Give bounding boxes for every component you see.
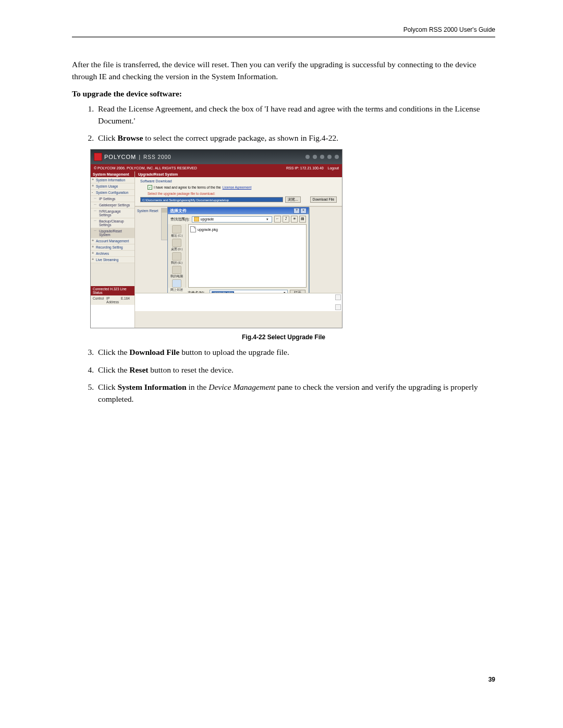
figure-screenshot: POLYCOM | RSS 2000 © POLYCOM 2006. POLYC… — [90, 149, 342, 328]
file-icon — [190, 226, 196, 232]
scroll-placeholder-icon — [335, 294, 341, 300]
sidebar-item-account[interactable]: Account Management — [91, 238, 134, 244]
file-item[interactable]: upgrade.pkg — [190, 226, 304, 232]
status-columns: Control IP Address E.164 — [91, 295, 134, 305]
figure-caption: Fig.4-22 Select Upgrade File — [72, 334, 495, 341]
step-4: Click the Reset button to reset the devi… — [96, 364, 495, 376]
main-panel: Upgrade/Reset System Software Download I… — [135, 171, 342, 328]
status-title: Connected H.323 Line Status — [91, 286, 134, 295]
main-title: Upgrade/Reset System — [135, 171, 342, 177]
license-link[interactable]: License Agreement — [223, 186, 252, 189]
sidebar-item-sysusage[interactable]: System Usage — [91, 183, 134, 190]
file-list-pane[interactable]: upgrade.pkg — [188, 224, 307, 288]
step2-bold: Browse — [117, 133, 143, 142]
document-page: Polycom RSS 2000 User's Guide After the … — [0, 0, 563, 714]
place-label: 最近 (C:) — [171, 234, 183, 237]
sidebar-item-gatekeeper[interactable]: Gatekeeper Settings — [91, 202, 134, 208]
step5-bold: System Information — [117, 382, 186, 391]
section-title: To upgrade the device software: — [72, 89, 495, 98]
scroll-placeholder-icon — [335, 304, 341, 310]
step3-pre: Click the — [98, 348, 129, 356]
status-col-control: Control — [92, 297, 105, 304]
decor-icon — [327, 155, 332, 159]
brand-text: POLYCOM | RSS 2000 — [104, 154, 172, 160]
step2-post: to select the correct upgrade package, a… — [143, 133, 338, 142]
sidebar-item-sysinfo[interactable]: System Information — [91, 177, 134, 183]
step4-bold: Reset — [129, 365, 148, 374]
page-number: 39 — [72, 676, 495, 683]
sidebar-item-ip[interactable]: IP Settings — [91, 196, 134, 202]
step4-post: button to reset the device. — [148, 365, 234, 374]
newfolder-icon[interactable]: ✳ — [291, 216, 298, 223]
place-mydocs[interactable]: 我的 (E:) — [170, 252, 183, 265]
brand-sub: RSS 2000 — [143, 154, 172, 160]
panel-heading: Software Download — [140, 179, 337, 183]
brand-main: POLYCOM — [104, 154, 136, 160]
logout-link[interactable]: Logout — [328, 166, 339, 170]
lookin-value: upgrade — [201, 217, 214, 221]
sidebar-item-backup[interactable]: Backup/Cleanup Settings — [91, 218, 134, 228]
decor-icon — [305, 155, 310, 159]
step-2: Click Browse to select the correct upgra… — [96, 132, 495, 144]
place-label: 桌面 (D:) — [171, 248, 183, 251]
sidebar-title: System Management — [91, 171, 134, 177]
chevron-down-icon: ▾ — [265, 217, 270, 221]
step3-post: button to upload the upgrade file. — [179, 348, 289, 356]
dialog-titlebar: 选择文件 ? × — [168, 207, 309, 214]
steps-list-2: Click the Download File button to upload… — [72, 346, 495, 405]
browse-button[interactable]: 浏览... — [285, 196, 300, 203]
step-1-text: Read the License Agreement, and check th… — [98, 104, 480, 125]
upgrade-path-input[interactable]: C:\Documents and Settings\gwang\My Docum… — [140, 197, 283, 202]
software-download-panel: Software Download I have read and agree … — [135, 177, 342, 207]
intro-paragraph: After the file is transferred, the devic… — [72, 58, 495, 83]
lookin-combo[interactable]: upgrade ▾ — [192, 216, 272, 223]
page-header: Polycom RSS 2000 User's Guide — [72, 26, 495, 33]
sidebar-item-upgrade[interactable]: Upgrade/Reset System — [91, 228, 134, 238]
decor-icon — [313, 155, 317, 159]
download-file-button[interactable]: Download File — [310, 196, 337, 203]
back-icon[interactable]: ← — [274, 216, 281, 223]
sidebar-item-ivr[interactable]: IVR/Language Settings — [91, 208, 134, 218]
place-label: 网上邻居 — [170, 288, 183, 291]
place-desktop[interactable]: 桌面 (D:) — [170, 239, 183, 251]
step4-pre: Click the — [98, 365, 129, 374]
step-1: Read the License Agreement, and check th… — [96, 103, 495, 127]
step5-pre: Click — [98, 382, 117, 391]
polycom-logo-icon — [94, 153, 102, 161]
header-rule — [72, 36, 495, 38]
license-checkbox[interactable] — [148, 185, 152, 190]
place-network[interactable]: 网上邻居 — [170, 279, 183, 292]
dialog-title-text: 选择文件 — [170, 208, 187, 214]
license-row: I have read and agree to the terms of th… — [148, 185, 337, 190]
sidebar-item-archives[interactable]: Archives — [91, 251, 134, 257]
sidebar-item-livestream[interactable]: Live Streaming — [91, 257, 134, 263]
folder-icon — [194, 217, 199, 221]
close-icon[interactable]: × — [300, 208, 307, 214]
blank-row — [135, 293, 342, 311]
up-icon[interactable]: ⤴ — [283, 216, 289, 223]
path-row: C:\Documents and Settings\gwang\My Docum… — [140, 196, 337, 203]
step2-pre: Click — [98, 133, 117, 142]
places-bar: 最近 (C:) 桌面 (D:) 我的 (E:) 我的电脑 网上邻居 — [168, 224, 186, 288]
file-name: upgrade.pkg — [198, 228, 218, 231]
views-icon[interactable]: ▤ — [299, 216, 306, 223]
dialog-body: 最近 (C:) 桌面 (D:) 我的 (E:) 我的电脑 网上邻居 — [168, 224, 309, 288]
titlebar-decor — [305, 155, 339, 159]
app-window: POLYCOM | RSS 2000 © POLYCOM 2006. POLYC… — [90, 149, 342, 328]
sidebar-item-recording[interactable]: Recording Setting — [91, 244, 134, 251]
place-mycomputer[interactable]: 我的电脑 — [170, 266, 183, 278]
place-recent[interactable]: 最近 (C:) — [170, 225, 183, 238]
step3-bold: Download File — [129, 348, 179, 356]
place-label: 我的电脑 — [170, 275, 183, 278]
content-columns: System Management System Information Sys… — [91, 171, 342, 328]
window-buttons: ? × — [293, 208, 307, 214]
sidebar: System Management System Information Sys… — [91, 171, 135, 328]
help-icon[interactable]: ? — [293, 208, 300, 214]
status-col-ip: IP Address — [105, 297, 120, 304]
lower-area: System Reset 选择文件 ? × — [135, 207, 342, 311]
step-5: Click System Information in the Device M… — [96, 381, 495, 405]
lookin-row: 查找范围(I): upgrade ▾ ← ⤴ ✳ — [168, 214, 309, 224]
sidebar-item-sysconfig[interactable]: System Configuration — [91, 190, 134, 196]
brand-divider: | — [139, 154, 141, 160]
license-text: I have read and agree to the terms of th… — [154, 186, 221, 189]
